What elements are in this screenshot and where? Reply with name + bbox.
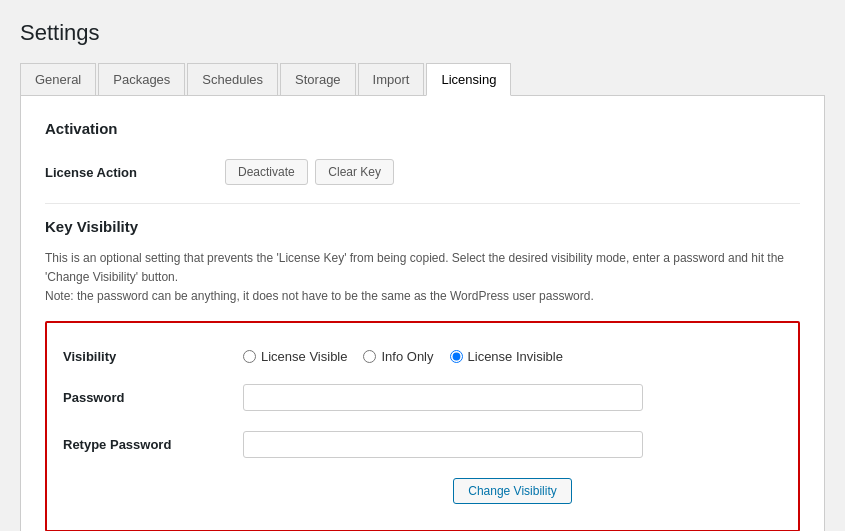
key-visibility-section-title: Key Visibility	[45, 218, 800, 235]
license-action-buttons: Deactivate Clear Key	[225, 151, 800, 193]
radio-info-only[interactable]: Info Only	[363, 349, 433, 364]
radio-license-invisible[interactable]: License Invisible	[450, 349, 563, 364]
tab-licensing[interactable]: Licensing	[426, 63, 511, 96]
visibility-description: This is an optional setting that prevent…	[45, 249, 800, 307]
content-area: Activation License Action Deactivate Cle…	[20, 96, 825, 531]
visibility-label: Visibility	[63, 339, 243, 374]
retype-password-input[interactable]	[243, 431, 643, 458]
radio-group: License Visible Info Only License Invisi…	[243, 349, 782, 364]
visibility-box: Visibility License Visible Info Only	[45, 321, 800, 531]
tab-import[interactable]: Import	[358, 63, 425, 96]
radio-license-invisible-label: License Invisible	[468, 349, 563, 364]
visibility-radio-group: License Visible Info Only License Invisi…	[243, 339, 782, 374]
visibility-row: Visibility License Visible Info Only	[63, 339, 782, 374]
radio-info-only-input[interactable]	[363, 350, 376, 363]
password-label: Password	[63, 374, 243, 421]
retype-password-input-cell	[243, 421, 782, 468]
change-visibility-row: Change Visibility	[63, 468, 782, 514]
license-action-row: License Action Deactivate Clear Key	[45, 151, 800, 193]
activation-form-table: License Action Deactivate Clear Key	[45, 151, 800, 193]
license-action-label: License Action	[45, 151, 225, 193]
tab-schedules[interactable]: Schedules	[187, 63, 278, 96]
tab-storage[interactable]: Storage	[280, 63, 356, 96]
tabs-nav: General Packages Schedules Storage Impor…	[20, 62, 825, 96]
password-row: Password	[63, 374, 782, 421]
retype-password-label: Retype Password	[63, 421, 243, 468]
activation-section-title: Activation	[45, 120, 800, 137]
radio-license-visible-label: License Visible	[261, 349, 347, 364]
radio-license-visible-input[interactable]	[243, 350, 256, 363]
password-input[interactable]	[243, 384, 643, 411]
deactivate-button[interactable]: Deactivate	[225, 159, 308, 185]
clear-key-button[interactable]: Clear Key	[315, 159, 394, 185]
tab-packages[interactable]: Packages	[98, 63, 185, 96]
section-divider	[45, 203, 800, 204]
retype-password-row: Retype Password	[63, 421, 782, 468]
radio-license-invisible-input[interactable]	[450, 350, 463, 363]
radio-info-only-label: Info Only	[381, 349, 433, 364]
change-visibility-cell: Change Visibility	[243, 468, 782, 514]
password-input-cell	[243, 374, 782, 421]
radio-license-visible[interactable]: License Visible	[243, 349, 347, 364]
tab-general[interactable]: General	[20, 63, 96, 96]
visibility-form-table: Visibility License Visible Info Only	[63, 339, 782, 514]
change-visibility-button[interactable]: Change Visibility	[453, 478, 572, 504]
page-wrapper: Settings General Packages Schedules Stor…	[0, 0, 845, 531]
page-title: Settings	[20, 20, 825, 46]
